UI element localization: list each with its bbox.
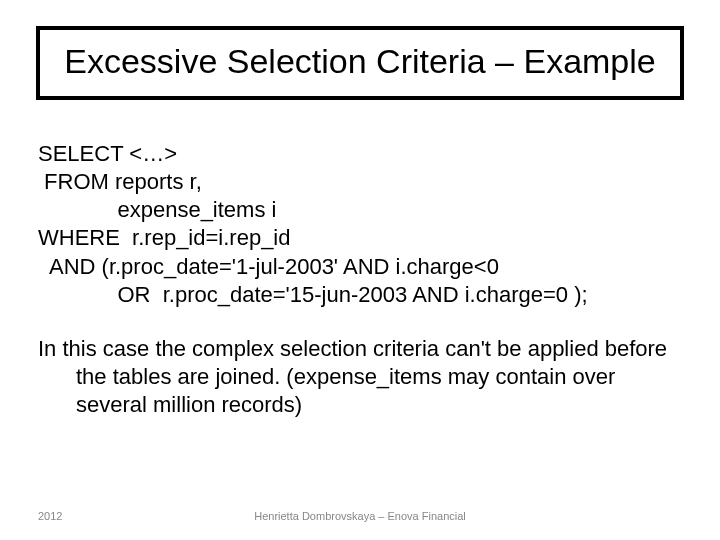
code-line-1: SELECT <…> xyxy=(38,140,682,168)
explanation-paragraph: In this case the complex selection crite… xyxy=(38,335,682,419)
title-box: Excessive Selection Criteria – Example xyxy=(36,26,684,100)
code-line-3: expense_items i xyxy=(38,196,682,224)
footer-author: Henrietta Dombrovskaya – Enova Financial xyxy=(0,510,720,522)
code-line-2: FROM reports r, xyxy=(38,168,682,196)
slide-title: Excessive Selection Criteria – Example xyxy=(50,44,670,80)
slide: Excessive Selection Criteria – Example S… xyxy=(0,0,720,540)
code-line-4: WHERE r.rep_id=i.rep_id xyxy=(38,224,682,252)
code-line-6: OR r.proc_date='15-jun-2003 AND i.charge… xyxy=(38,281,682,309)
slide-body: SELECT <…> FROM reports r, expense_items… xyxy=(38,140,682,419)
code-line-5: AND (r.proc_date='1-jul-2003' AND i.char… xyxy=(38,253,682,281)
